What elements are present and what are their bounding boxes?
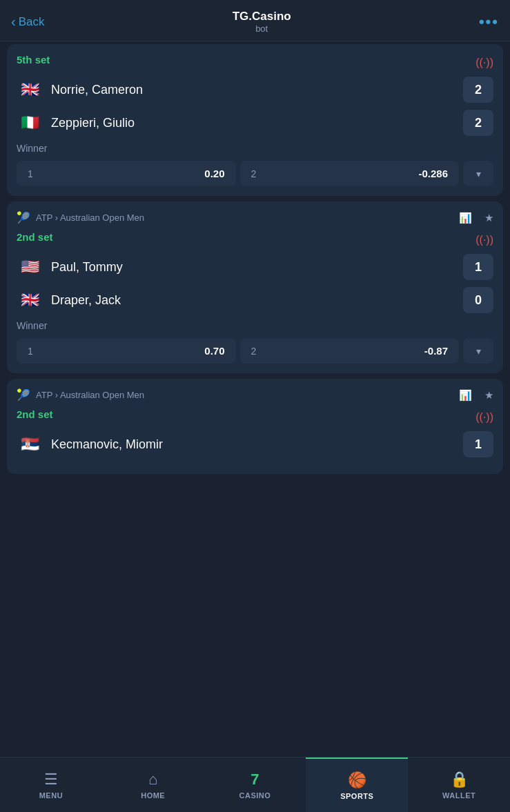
player-row: 🇺🇸 Paul, Tommy 1 bbox=[17, 254, 493, 280]
star-icon: ★ bbox=[484, 212, 493, 224]
player-score-norrie: 2 bbox=[463, 77, 493, 103]
nav-item-menu[interactable]: ☰ MENU bbox=[0, 757, 102, 812]
match-meta: 🎾 ATP › Australian Open Men 📊 ★ bbox=[17, 211, 493, 224]
app-subtitle: bot bbox=[233, 23, 291, 34]
odds-button-1[interactable]: 1 0.70 bbox=[17, 338, 236, 364]
wallet-icon: 🔒 bbox=[450, 771, 469, 789]
player-row: 🇮🇹 Zeppieri, Giulio 2 bbox=[17, 110, 493, 136]
app-header: ‹ Back TG.Casino bot ••• bbox=[0, 0, 510, 41]
set-label: 2nd set bbox=[17, 231, 53, 243]
stats-icon: 📊 bbox=[459, 389, 472, 402]
player-score-draper: 0 bbox=[463, 287, 493, 313]
live-indicator: ((·)) bbox=[475, 411, 493, 424]
nav-item-home[interactable]: ⌂ HOME bbox=[102, 757, 204, 812]
sports-icon: 🏀 bbox=[348, 771, 366, 789]
back-label[interactable]: Back bbox=[19, 15, 45, 29]
winner-label: Winner bbox=[17, 143, 493, 154]
player-flag-norrie: 🇬🇧 bbox=[17, 77, 43, 103]
more-button[interactable]: ••• bbox=[479, 13, 499, 31]
menu-icon: ☰ bbox=[44, 771, 58, 789]
odds-row: 1 0.20 2 -0.286 ▾ bbox=[17, 161, 493, 186]
tennis-icon: 🎾 bbox=[17, 388, 30, 402]
nav-label-casino: CASINO bbox=[239, 791, 271, 800]
nav-item-wallet[interactable]: 🔒 WALLET bbox=[408, 757, 510, 812]
match-card: 🎾 ATP › Australian Open Men 📊 ★ 2nd set … bbox=[7, 201, 503, 373]
player-name-paul: Paul, Tommy bbox=[51, 260, 463, 275]
player-row: 🇬🇧 Draper, Jack 0 bbox=[17, 287, 493, 313]
app-title: TG.Casino bbox=[233, 10, 291, 23]
player-flag-draper: 🇬🇧 bbox=[17, 287, 43, 313]
match-card: 5th set ((·)) 🇬🇧 Norrie, Cameron 2 🇮🇹 Ze… bbox=[7, 44, 503, 196]
odds-num-1: 1 bbox=[28, 346, 33, 357]
match-card: 🎾 ATP › Australian Open Men 📊 ★ 2nd set … bbox=[7, 379, 503, 474]
player-row: 🇷🇸 Kecmanovic, Miomir 1 bbox=[17, 431, 493, 457]
nav-label-sports: SPORTS bbox=[340, 792, 373, 800]
player-name-kecmanovic: Kecmanovic, Miomir bbox=[51, 437, 463, 452]
live-indicator: ((·)) bbox=[475, 234, 493, 246]
match-meta: 🎾 ATP › Australian Open Men 📊 ★ bbox=[17, 388, 493, 402]
odds-button-2[interactable]: 2 -0.286 bbox=[240, 161, 460, 186]
match-meta-text: ATP › Australian Open Men bbox=[36, 212, 453, 223]
dropdown-arrow-icon: ▾ bbox=[476, 168, 481, 179]
player-score-zeppieri: 2 bbox=[463, 110, 493, 136]
odds-val-2: -0.286 bbox=[418, 168, 448, 179]
player-name-norrie: Norrie, Cameron bbox=[51, 83, 463, 97]
odds-button-2[interactable]: 2 -0.87 bbox=[240, 338, 460, 364]
home-icon: ⌂ bbox=[148, 771, 157, 789]
casino-icon: 7 bbox=[251, 771, 259, 789]
odds-num-2: 2 bbox=[251, 168, 257, 179]
winner-label: Winner bbox=[17, 320, 493, 331]
odds-num-1: 1 bbox=[28, 168, 33, 179]
nav-label-menu: MENU bbox=[39, 791, 63, 800]
live-indicator: ((·)) bbox=[475, 57, 493, 69]
player-name-zeppieri: Zeppieri, Giulio bbox=[51, 116, 463, 130]
odds-dropdown-button[interactable]: ▾ bbox=[463, 338, 493, 364]
nav-label-wallet: WALLET bbox=[442, 791, 475, 800]
player-flag-zeppieri: 🇮🇹 bbox=[17, 110, 43, 136]
odds-dropdown-button[interactable]: ▾ bbox=[463, 161, 493, 186]
nav-item-sports[interactable]: 🏀 SPORTS bbox=[306, 757, 408, 812]
odds-val-1: 0.20 bbox=[204, 168, 224, 179]
bottom-navigation: ☰ MENU ⌂ HOME 7 CASINO 🏀 SPORTS 🔒 WALLET bbox=[0, 757, 510, 812]
set-label: 5th set bbox=[17, 54, 50, 66]
odds-val-1: 0.70 bbox=[204, 345, 224, 357]
dropdown-arrow-icon: ▾ bbox=[476, 346, 481, 357]
player-flag-kecmanovic: 🇷🇸 bbox=[17, 431, 43, 457]
player-score-kecmanovic: 1 bbox=[463, 431, 493, 457]
back-chevron-icon: ‹ bbox=[11, 14, 16, 30]
set-label: 2nd set bbox=[17, 408, 53, 420]
odds-val-2: -0.87 bbox=[424, 345, 448, 357]
nav-item-casino[interactable]: 7 CASINO bbox=[204, 757, 306, 812]
odds-num-2: 2 bbox=[251, 346, 257, 357]
stats-icon: 📊 bbox=[459, 212, 472, 224]
player-score-paul: 1 bbox=[463, 254, 493, 280]
star-icon: ★ bbox=[484, 389, 493, 402]
tennis-icon: 🎾 bbox=[17, 211, 30, 224]
content-area: 5th set ((·)) 🇬🇧 Norrie, Cameron 2 🇮🇹 Ze… bbox=[0, 41, 510, 812]
odds-button-1[interactable]: 1 0.20 bbox=[17, 161, 236, 186]
back-button[interactable]: ‹ Back bbox=[11, 14, 44, 30]
player-name-draper: Draper, Jack bbox=[51, 293, 463, 308]
player-row: 🇬🇧 Norrie, Cameron 2 bbox=[17, 77, 493, 103]
match-meta-text: ATP › Australian Open Men bbox=[36, 390, 453, 400]
odds-row: 1 0.70 2 -0.87 ▾ bbox=[17, 338, 493, 364]
header-center: TG.Casino bot bbox=[233, 10, 291, 34]
player-flag-paul: 🇺🇸 bbox=[17, 254, 43, 280]
nav-label-home: HOME bbox=[141, 791, 165, 800]
